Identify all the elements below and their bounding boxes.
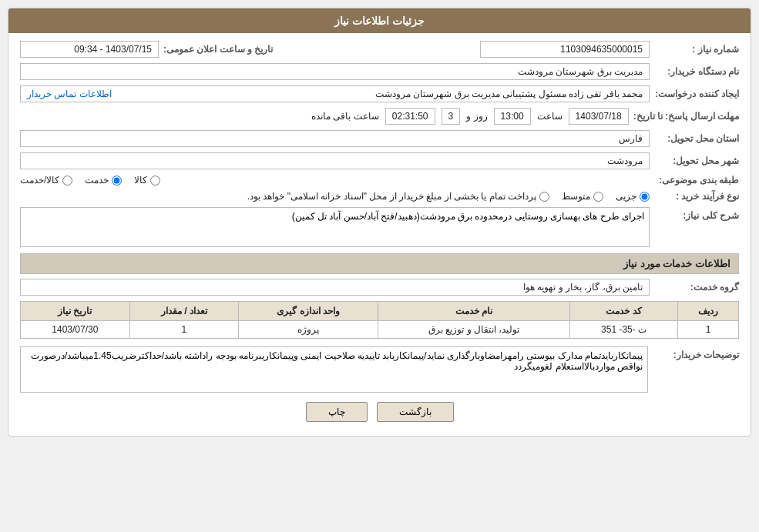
province-value: فارس — [20, 130, 650, 147]
province-label: استان محل تحویل: — [654, 133, 739, 144]
deadline-remaining: 02:31:50 — [385, 108, 435, 125]
cell-qty: 1 — [129, 321, 239, 339]
description-label: شرح کلی نیاز: — [654, 207, 739, 221]
deadline-days-label: روز و — [466, 111, 487, 122]
print-button[interactable]: چاپ — [306, 402, 368, 422]
announce-label: تاریخ و ساعت اعلان عمومی: — [163, 44, 273, 55]
cell-code: ت -35- 351 — [570, 321, 678, 339]
announce-value: 1403/07/15 - 09:34 — [20, 41, 159, 58]
back-button[interactable]: بازگشت — [377, 402, 454, 422]
category-label: طبقه بندی موضوعی: — [654, 175, 739, 186]
col-unit: واحد اندازه گیری — [239, 302, 378, 321]
category-khadamat[interactable]: خدمت — [85, 175, 122, 186]
service-group-label: گروه خدمت: — [654, 282, 739, 293]
category-kala[interactable]: کالا — [134, 175, 160, 186]
buyer-name-label: نام دستگاه خریدار: — [654, 66, 739, 77]
deadline-remaining-label: ساعت باقی مانده — [311, 111, 379, 122]
category-kala-khadamat[interactable]: کالا/خدمت — [20, 175, 72, 186]
process-motavaset[interactable]: متوسط — [562, 191, 603, 202]
process-jozi-label: جزیی — [616, 191, 636, 202]
services-table: ردیف کد خدمت نام خدمت واحد اندازه گیری ت… — [20, 301, 739, 339]
cell-name: تولید، انتقال و توزیع برق — [378, 321, 570, 339]
col-qty: تعداد / مقدار — [129, 302, 239, 321]
services-section-header: اطلاعات خدمات مورد نیاز — [20, 253, 739, 274]
description-textarea[interactable] — [20, 207, 650, 247]
need-number-label: شماره نیاز : — [654, 44, 739, 55]
city-value: مرودشت — [20, 152, 650, 169]
page-title: جزئیات اطلاعات نیاز — [8, 8, 751, 33]
process-jozi[interactable]: جزیی — [616, 191, 650, 202]
deadline-date: 1403/07/18 — [569, 108, 629, 125]
cell-row: 1 — [677, 321, 738, 339]
buyer-name-value: مدیریت برق شهرستان مرودشت — [20, 63, 650, 80]
process-esnad-label: پرداخت تمام یا بخشی از مبلغ خریدار از مح… — [247, 191, 536, 202]
cell-unit: پروژه — [239, 321, 378, 339]
process-label: نوع فرآیند خرید : — [654, 191, 739, 202]
service-group-value: تامین برق، گاز، بخار و تهویه هوا — [20, 279, 650, 296]
col-row: ردیف — [677, 302, 738, 321]
category-khadamat-label: خدمت — [85, 175, 109, 186]
city-label: شهر محل تحویل: — [654, 156, 739, 166]
deadline-days: 3 — [442, 108, 461, 125]
category-kala-khadamat-label: کالا/خدمت — [20, 175, 59, 186]
col-code: کد خدمت — [570, 302, 678, 321]
cell-date: 1403/07/30 — [21, 321, 130, 339]
process-esnad[interactable]: پرداخت تمام یا بخشی از مبلغ خریدار از مح… — [247, 191, 549, 202]
deadline-label: مهلت ارسال پاسخ: تا تاریخ: — [633, 111, 739, 122]
need-number-value: 1103094635000015 — [480, 41, 650, 58]
buyer-notes-label: توضیحات خریدار: — [654, 346, 739, 393]
col-name: نام خدمت — [378, 302, 570, 321]
col-date: تاریخ نیاز — [21, 302, 130, 321]
process-motavaset-label: متوسط — [562, 191, 590, 202]
category-radio-group: کالا خدمت کالا/خدمت — [20, 175, 650, 186]
creator-label: ایجاد کننده درخواست: — [654, 89, 739, 99]
table-row: 1ت -35- 351تولید، انتقال و توزیع برقپروژ… — [21, 321, 739, 339]
creator-value: محمد باقر تقی زاده مسئول پشتیبانی مدیریت… — [375, 89, 643, 99]
creator-link[interactable]: اطلاعات تماس خریدار — [27, 89, 112, 99]
button-row: بازگشت چاپ — [20, 402, 739, 422]
deadline-time-label: ساعت — [537, 111, 563, 122]
deadline-time: 13:00 — [494, 108, 531, 125]
category-kala-label: کالا — [134, 175, 147, 186]
buyer-notes-textarea[interactable] — [20, 346, 648, 393]
